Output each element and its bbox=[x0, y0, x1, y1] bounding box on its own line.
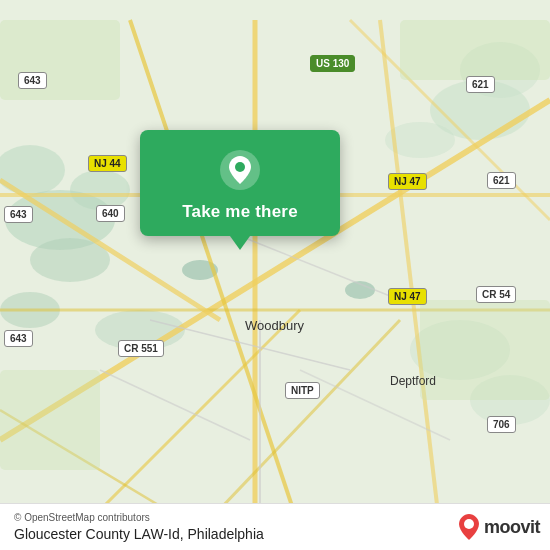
svg-rect-33 bbox=[420, 300, 550, 400]
road-badge-nj44: NJ 44 bbox=[88, 155, 127, 172]
road-badge-nj47b: NJ 47 bbox=[388, 288, 427, 305]
svg-rect-32 bbox=[0, 370, 100, 470]
road-badge-us130: US 130 bbox=[310, 55, 355, 72]
road-badge-nj47a: NJ 47 bbox=[388, 173, 427, 190]
bottom-left: © OpenStreetMap contributors Gloucester … bbox=[14, 512, 264, 542]
road-badge-640: 640 bbox=[96, 205, 125, 222]
moovit-logo: moovit bbox=[458, 513, 540, 541]
location-pin-icon bbox=[218, 148, 262, 192]
svg-text:Deptford: Deptford bbox=[390, 374, 436, 388]
take-me-there-button[interactable]: Take me there bbox=[182, 202, 298, 222]
moovit-pin-icon bbox=[458, 513, 480, 541]
map-container: Woodbury Deptford US 130 NJ 44 NJ 47 NJ … bbox=[0, 0, 550, 550]
location-name: Gloucester County LAW-Id, Philadelphia bbox=[14, 526, 264, 542]
road-badge-621a: 621 bbox=[466, 76, 495, 93]
road-badge-706: 706 bbox=[487, 416, 516, 433]
road-badge-621b: 621 bbox=[487, 172, 516, 189]
road-badge-643c: 643 bbox=[4, 330, 33, 347]
svg-point-37 bbox=[235, 162, 245, 172]
road-badge-cr54: CR 54 bbox=[476, 286, 516, 303]
svg-point-3 bbox=[70, 170, 130, 210]
osm-attribution: © OpenStreetMap contributors bbox=[14, 512, 264, 523]
road-badge-nitp: NITP bbox=[285, 382, 320, 399]
road-badge-cr551: CR 551 bbox=[118, 340, 164, 357]
moovit-text: moovit bbox=[484, 517, 540, 538]
road-badge-643b: 643 bbox=[4, 206, 33, 223]
svg-point-38 bbox=[464, 519, 474, 529]
svg-text:Woodbury: Woodbury bbox=[245, 318, 305, 333]
svg-rect-31 bbox=[400, 20, 550, 80]
road-badge-643a: 643 bbox=[18, 72, 47, 89]
bottom-bar: © OpenStreetMap contributors Gloucester … bbox=[0, 503, 550, 550]
popup-card: Take me there bbox=[140, 130, 340, 236]
